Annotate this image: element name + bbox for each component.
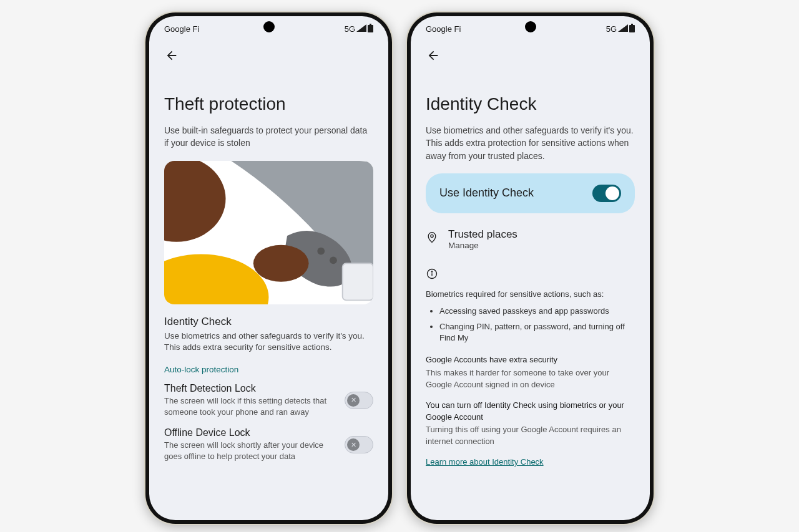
signal-icon (618, 24, 628, 34)
front-camera (525, 21, 536, 32)
screen-left: Google Fi 5G Theft protection Use built-… (149, 16, 388, 520)
svg-rect-10 (629, 25, 635, 32)
setting-title: Theft Detection Lock (164, 383, 337, 394)
page-subtitle: Use built-in safeguards to protect your … (164, 124, 373, 150)
svg-point-6 (330, 256, 337, 264)
svg-point-5 (317, 247, 325, 254)
info-bullet: Accessing saved passkeys and app passwor… (439, 306, 635, 317)
location-pin-icon (426, 231, 438, 246)
battery-icon (629, 24, 635, 34)
setting-subtitle: The screen will lock if this setting det… (164, 395, 337, 417)
theft-illustration (164, 161, 373, 304)
svg-rect-1 (368, 25, 373, 32)
category-auto-lock: Auto-lock protection (164, 365, 373, 374)
back-button[interactable] (421, 43, 446, 68)
info-para-title: You can turn off Identity Check using bi… (426, 400, 635, 423)
section-identity-check-title: Identity Check (164, 316, 373, 328)
info-para-body: This makes it harder for someone to take… (426, 367, 635, 391)
battery-icon (368, 24, 373, 34)
info-para-title: Google Accounts have extra security (426, 354, 635, 366)
info-header: Biometrics required for sensitive action… (426, 289, 635, 301)
pref-trusted-places[interactable]: Trusted places Manage (426, 228, 635, 250)
setting-theft-detection-lock[interactable]: Theft Detection Lock The screen will loc… (164, 383, 373, 417)
setting-title: Offline Device Lock (164, 427, 337, 438)
page-subtitle: Use biometrics and other safeguards to v… (426, 124, 635, 162)
carrier-label: Google Fi (164, 24, 199, 34)
front-camera (263, 21, 275, 32)
switch-identity-check[interactable] (592, 185, 621, 202)
toggle-label: Use Identity Check (439, 186, 534, 200)
page-title: Theft protection (164, 94, 373, 114)
phone-left: Google Fi 5G Theft protection Use built-… (145, 12, 392, 524)
switch-theft-detection[interactable] (345, 392, 373, 409)
info-bullet: Changing PIN, pattern, or password, and … (439, 321, 635, 345)
switch-offline-device[interactable] (345, 436, 373, 453)
info-icon (426, 268, 635, 283)
setting-offline-device-lock[interactable]: Offline Device Lock The screen will lock… (164, 427, 373, 462)
svg-point-14 (431, 271, 432, 272)
setting-subtitle: The screen will lock shortly after your … (164, 440, 337, 462)
arrow-back-icon (426, 49, 440, 62)
svg-rect-0 (370, 24, 371, 25)
screen-right: Google Fi 5G Identity Check Use biometri… (411, 16, 650, 520)
svg-rect-7 (343, 263, 373, 300)
network-label: 5G (606, 24, 617, 34)
page-title: Identity Check (426, 94, 635, 114)
section-identity-check-desc: Use biometrics and other safeguards to v… (164, 331, 373, 354)
info-para-body: Turning this off using your Google Accou… (426, 424, 635, 448)
phone-right: Google Fi 5G Identity Check Use biometri… (407, 12, 654, 524)
network-label: 5G (345, 24, 355, 34)
learn-more-link[interactable]: Learn more about Identity Check (426, 457, 544, 467)
svg-point-11 (431, 235, 433, 238)
carrier-label: Google Fi (426, 24, 461, 34)
pref-title: Trusted places (448, 228, 517, 241)
svg-point-8 (253, 244, 309, 281)
arrow-back-icon (165, 49, 179, 62)
pref-subtitle: Manage (448, 241, 517, 250)
svg-rect-9 (631, 24, 633, 25)
info-bullet-list: Accessing saved passkeys and app passwor… (426, 306, 635, 345)
identity-check-toggle-card[interactable]: Use Identity Check (426, 173, 635, 213)
back-button[interactable] (159, 43, 184, 68)
signal-icon (356, 24, 366, 34)
